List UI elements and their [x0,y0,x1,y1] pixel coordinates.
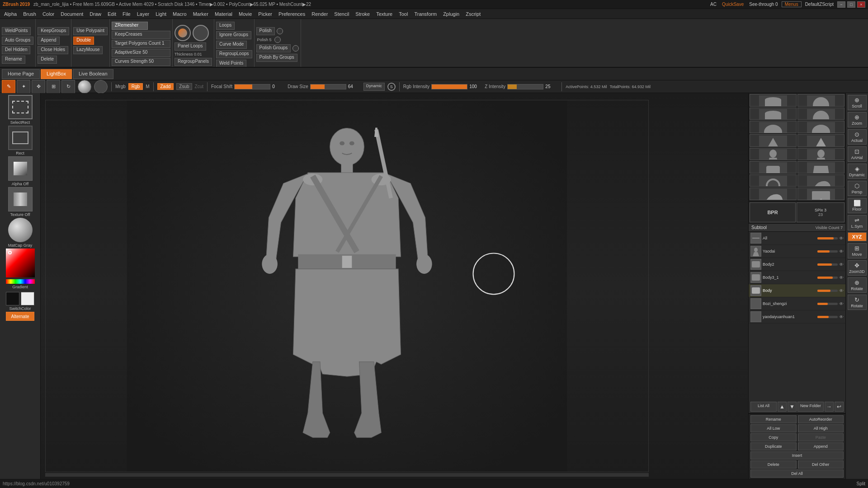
thumb-yaodai[interactable]: PM3D_yaodaiyu [750,174,797,187]
select-rect-btn[interactable] [8,95,33,119]
thumb-pm3d-sphere2[interactable]: PM3D_Sphere3D [797,108,844,120]
zoom3d-btn[interactable]: ⊕ Rotate [848,277,867,293]
menu-render[interactable]: Render [308,10,331,18]
rename-action-btn[interactable]: Rename [750,415,797,423]
new-folder-btn[interactable]: New Folder [797,402,824,412]
lazy-mouse-btn[interactable]: LazyMouse [73,46,103,54]
draw-scale-btn[interactable]: ⊞ [47,80,60,94]
draw-edit-btn[interactable]: ✎ [2,80,15,94]
alpha-btn[interactable] [8,156,33,181]
subtool-eye-all[interactable]: 👁 [839,236,844,241]
subtool-row-body[interactable]: Body 👁 [749,284,845,297]
subtool-eye-body3-1[interactable]: 👁 [839,275,844,280]
zcut-btn[interactable]: Zcut [195,84,203,89]
paste-btn[interactable]: Paste [798,433,844,441]
frame-btn[interactable]: ⊞ Move [848,243,867,258]
floor-btn[interactable]: ⬜ Floor [848,198,867,213]
menu-zplugin[interactable]: Zplugin [440,10,462,18]
subtool-row-body2[interactable]: Body2 👁 [749,258,845,271]
rotate-btn[interactable]: ↻ Rotate [848,295,867,310]
rgb-intensity-track[interactable] [431,84,467,89]
tab-home-page[interactable]: Home Page [2,69,40,79]
minimize-btn[interactable]: − [837,1,845,8]
close-holes-btn[interactable]: Close Holes [38,46,68,54]
s-circle[interactable]: S [387,83,396,91]
auto-groups-btn[interactable]: Auto Groups [2,37,33,45]
thumb-skin-alpha[interactable]: α Skin_-brushAlph [797,188,844,200]
hue-bar[interactable] [6,279,35,284]
focal-shift-track[interactable] [234,84,270,89]
draw-size-track[interactable] [310,84,346,89]
curves-strength-btn[interactable]: Curves Strength 50 [112,58,170,66]
maximize-btn[interactable]: □ [847,1,855,8]
zoom-btn[interactable]: ⊕ Zoom [848,112,867,127]
close-btn[interactable]: × [857,1,865,8]
menu-stroke[interactable]: Stroke [352,10,373,18]
thumb-human2[interactable]: make_human_ro [797,148,844,160]
bpr-btn[interactable]: BPR [750,202,796,222]
viewport[interactable] [41,93,748,479]
tab-live-boolean[interactable]: Live Boolean [73,69,113,79]
append-btn[interactable]: Append [798,442,844,450]
menu-preferences[interactable]: Preferences [275,10,308,18]
weld-points-btn[interactable]: WeldPoints [2,27,31,35]
z-intensity-track[interactable] [507,84,543,89]
actual-btn[interactable]: ⊙ Actual [848,129,867,145]
menu-layer[interactable]: Layer [134,10,153,18]
keep-creases-btn[interactable]: KeepCreases [112,31,170,39]
regroup-loops-btn[interactable]: RegroupLoops [216,50,252,58]
dynamic-view-btn[interactable]: ◈ Dynamic [848,164,867,179]
subtool-row-bozi[interactable]: Bozi_shengzi 👁 [749,297,845,310]
menu-edit[interactable]: Edit [104,10,119,18]
weld-points2-btn[interactable]: Weld Points [216,60,246,68]
thumb-pm3d-cylinder3-2[interactable]: PM3D_Cylinder3 [750,108,797,120]
thumb-merged-chain[interactable]: Merged_副连串带 [797,134,844,147]
subtool-eye-ydy[interactable]: 👁 [839,314,844,319]
thumb-pm3d-sphere1[interactable]: PM3D_Sphere3D [797,94,844,107]
spix3-btn[interactable]: SPix 3 23 [797,202,844,222]
aahal-btn[interactable]: ⊡ AAHal [848,146,867,162]
tab-lightbox[interactable]: LightBox [41,69,72,79]
menu-texture[interactable]: Texture [373,10,396,18]
white-swatch[interactable] [21,292,34,305]
loops-btn[interactable]: Loops [216,22,235,30]
del-all-btn[interactable]: Del All [750,469,844,478]
ignore-groups-btn[interactable]: Ignore Groups [216,31,251,39]
auto-reorder-btn[interactable]: AutoReorder [798,415,844,423]
rect-btn[interactable] [8,126,33,150]
new-folder-right2-btn[interactable]: ↩ [835,402,844,412]
menu-movie[interactable]: Movie [236,10,255,18]
list-all-up-btn[interactable]: ▲ [778,402,787,412]
insert-btn[interactable]: Insert [750,451,844,460]
thumb-merged4[interactable]: Merged_副网4 [750,134,797,147]
lsym-btn[interactable]: ⇌ L.Sym [848,215,867,230]
delete-btn[interactable]: Delete [38,56,57,64]
all-high-btn[interactable]: All High [798,424,844,432]
color-gradient-btn[interactable] [6,249,35,277]
menus-btn[interactable]: Menus [782,1,802,7]
subtool-slider-body[interactable] [817,290,838,292]
line-fill-icon[interactable] [175,25,191,41]
move3d-btn[interactable]: ✥ Zoom3D [848,260,867,276]
subtool-slider-ydy[interactable] [817,316,838,318]
subtool-row-yaodai[interactable]: Yaodai 👁 [749,245,845,258]
draw-draw-btn[interactable]: ✦ [17,80,30,94]
del-other-btn[interactable]: Del Other [798,460,844,469]
subtool-row-all[interactable]: All 👁 [749,232,845,245]
copy-btn[interactable]: Copy [750,433,797,441]
rename-btn[interactable]: Rename [2,56,25,64]
thumb-lna-cloth[interactable]: PM3D_lna_cloth [797,161,844,174]
curve-mode-btn[interactable]: Curve Mode [216,41,247,49]
adaptive-size-btn[interactable]: AdaptiveSize 50 [112,49,170,57]
thumb-pm3d-cylinder3-1[interactable]: PM3D_Cylinder3 [750,94,797,107]
quicksave-btn[interactable]: QuickSave [720,2,745,7]
duplicate-btn[interactable]: Duplicate [750,442,797,450]
list-all-btn[interactable]: List All [750,402,777,412]
thumb-xiezi1[interactable]: PM3D_Xiezi1 [797,174,844,187]
menu-light[interactable]: Light [152,10,170,18]
subtool-slider-body3-1[interactable] [817,277,838,279]
panel-loops-btn[interactable]: Panel Loops [175,42,206,51]
csdn-url[interactable]: https://blog.csdn.net/u010392759 [3,481,70,486]
target-polygons-btn[interactable]: Target Polygons Count 1 [112,40,170,48]
zsub-btn[interactable]: Zsub [176,83,192,90]
